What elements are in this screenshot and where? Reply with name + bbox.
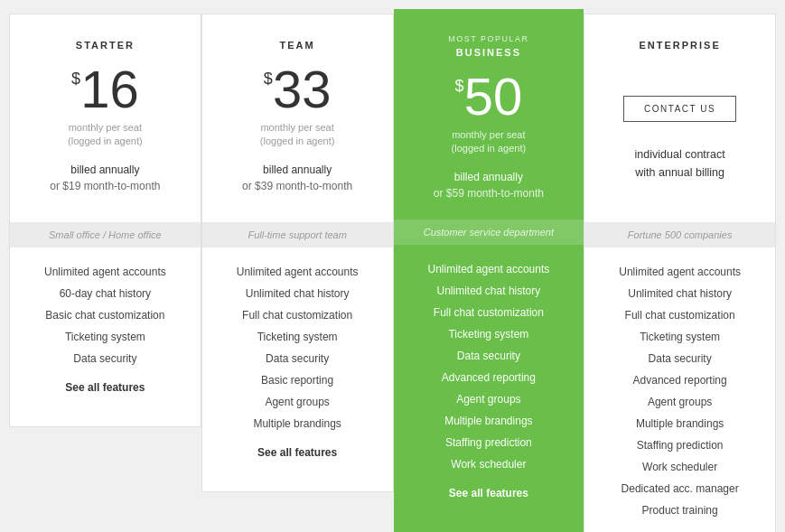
feature-item: Ticketing system [448, 328, 528, 341]
plan-card-enterprise: ENTERPRISE CONTACT US individual contrac… [584, 14, 776, 532]
plan-header-starter: STARTER $ 16 monthly per seat(logged in … [10, 14, 201, 222]
feature-item: Unlimited agent accounts [428, 263, 550, 275]
feature-item: Data security [649, 352, 712, 365]
price-subtitle-team: monthly per seat(logged in agent) [260, 121, 335, 149]
price-row-starter: $ 16 [71, 63, 139, 116]
features-list-starter: Unlimited agent accounts60-day chat hist… [10, 247, 201, 426]
plan-name-starter: STARTER [76, 40, 135, 51]
feature-item: Agent groups [265, 396, 329, 408]
feature-item: Work scheduler [642, 461, 717, 473]
month-to-month-starter: or $19 month-to-month [50, 180, 160, 192]
feature-item: Data security [266, 352, 329, 365]
most-popular-badge: MOST POPULAR [448, 34, 528, 43]
price-row-business: $ 50 [455, 70, 523, 123]
feature-item: Basic chat customization [45, 309, 164, 322]
features-list-team: Unlimited agent accountsUnlimited chat h… [202, 247, 393, 491]
price-dollar-business: $ [455, 78, 464, 94]
feature-item: Unlimited agent accounts [44, 266, 166, 278]
feature-item: Ticketing system [640, 331, 720, 343]
feature-item: Dedicated acc. manager [621, 482, 739, 495]
contact-us-button-enterprise[interactable]: CONTACT US [623, 96, 736, 122]
feature-item: Full chat customization [434, 306, 544, 319]
feature-item: Agent groups [648, 396, 712, 408]
feature-item: Ticketing system [257, 331, 338, 343]
feature-item: Staffing prediction [637, 439, 724, 452]
feature-item: Product training [642, 504, 718, 517]
target-label-business: Customer service department [394, 219, 584, 245]
target-label-team: Full-time support team [202, 222, 393, 247]
feature-item: Data security [73, 352, 136, 365]
feature-item: Advanced reporting [633, 374, 727, 387]
plan-card-team: TEAM $ 33 monthly per seat(logged in age… [201, 14, 394, 492]
feature-item: Unlimited chat history [246, 287, 350, 300]
price-row-team: $ 33 [264, 63, 332, 116]
plan-name-enterprise: ENTERPRISE [639, 40, 720, 51]
price-amount-business: 50 [464, 70, 523, 123]
feature-item: Unlimited agent accounts [619, 266, 741, 278]
target-label-enterprise: Fortune 500 companies [584, 222, 775, 247]
month-to-month-team: or $39 month-to-month [242, 180, 352, 192]
see-all-button-team[interactable]: See all features [257, 439, 337, 473]
feature-item: Full chat customization [242, 309, 352, 322]
target-label-starter: Small office / Home office [10, 222, 201, 247]
see-all-button-business[interactable]: See all features [449, 480, 528, 514]
plan-name-business: BUSINESS [456, 47, 521, 58]
month-to-month-business: or $59 month-to-month [434, 187, 544, 200]
feature-item: Advanced reporting [442, 371, 536, 384]
pricing-container: STARTER $ 16 monthly per seat(logged in … [9, 14, 776, 532]
feature-item: Multiple brandings [636, 417, 724, 430]
plan-name-team: TEAM [280, 40, 315, 51]
feature-item: 60-day chat history [60, 287, 151, 300]
plan-header-business: MOST POPULARBUSINESS $ 50 monthly per se… [394, 9, 584, 219]
price-subtitle-business: monthly per seat(logged in agent) [452, 128, 527, 156]
feature-item: Data security [457, 350, 520, 362]
feature-item: Unlimited chat history [628, 287, 732, 300]
plan-card-starter: STARTER $ 16 monthly per seat(logged in … [9, 14, 201, 427]
plan-card-business: MOST POPULARBUSINESS $ 50 monthly per se… [394, 9, 584, 532]
price-subtitle-starter: monthly per seat(logged in agent) [68, 121, 143, 149]
feature-item: Work scheduler [451, 458, 526, 471]
features-list-enterprise: Unlimited agent accountsUnlimited chat h… [584, 247, 775, 532]
plan-header-enterprise: ENTERPRISE CONTACT US individual contrac… [584, 14, 775, 222]
price-dollar-team: $ [264, 70, 273, 87]
features-list-business: Unlimited agent accountsUnlimited chat h… [394, 245, 584, 532]
price-amount-team: 33 [273, 63, 332, 116]
billing-info-team: billed annually or $39 month-to-month [242, 162, 352, 194]
see-all-button-starter[interactable]: See all features [65, 374, 145, 408]
plan-header-team: TEAM $ 33 monthly per seat(logged in age… [202, 14, 393, 222]
feature-item: Basic reporting [261, 374, 333, 387]
billing-info-starter: billed annually or $19 month-to-month [50, 162, 160, 194]
feature-item: Staffing prediction [445, 436, 532, 449]
feature-item: Unlimited agent accounts [237, 266, 359, 278]
price-dollar-starter: $ [71, 70, 80, 87]
feature-item: Full chat customization [625, 309, 735, 322]
price-amount-starter: 16 [80, 63, 139, 116]
individual-contract-enterprise: individual contractwith annual billing [635, 145, 725, 182]
feature-item: Ticketing system [65, 331, 145, 343]
feature-item: Agent groups [456, 393, 520, 406]
feature-item: Multiple brandings [253, 417, 341, 430]
feature-item: Unlimited chat history [437, 285, 541, 297]
feature-item: Multiple brandings [444, 415, 532, 427]
billing-info-business: billed annually or $59 month-to-month [434, 169, 544, 201]
